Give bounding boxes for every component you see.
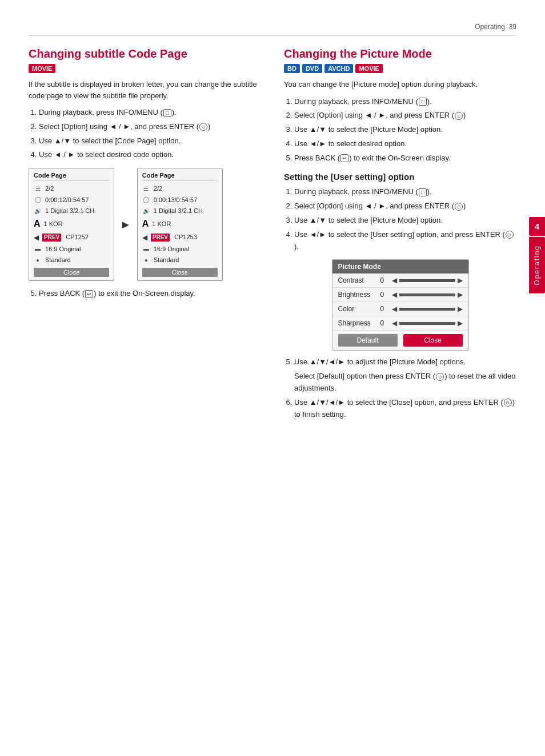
cp-box1-row7: ● Standard (34, 255, 109, 266)
pm-value-color: 0 (380, 305, 390, 313)
sub-step-3: Use ▲/▼ to select the [Picture Mode] opt… (294, 215, 516, 227)
right-step-1: During playback, press INFO/MENU (□). (294, 96, 516, 108)
section-label: Operating (475, 23, 505, 31)
pm-bar-sharpness (399, 322, 455, 325)
cp-box2-row3: 🔊 1 Digital 3/2.1 CH (142, 206, 218, 216)
cp-box2-row6: ▬ 16:9 Original (142, 244, 218, 255)
cp-box1-row2: ◯ 0:00:12/0:54:57 (34, 195, 109, 206)
cp-box1-row4: A 1 KOR (34, 216, 109, 231)
cp-box1-title: Code Page (34, 172, 109, 181)
sub-section-title: Setting the [User setting] option (284, 172, 516, 182)
code-page-box-1: Code Page ☴ 2/2 ◯ 0:00:12/0:54:57 🔊 1 Di… (29, 168, 114, 281)
pm-chevron-right-sharpness: ▶ (458, 319, 463, 327)
info-menu-icon: □ (163, 109, 171, 117)
sub-step-2: Select [Option] using ◄ / ►, and press E… (294, 200, 516, 212)
badge-avchd: AVCHD (324, 64, 353, 73)
cp-box1-row1: ☴ 2/2 (34, 183, 109, 194)
pm-fill-brightness (399, 293, 422, 296)
pm-track-sharpness (399, 322, 455, 325)
cp-box2-row7: ● Standard (142, 255, 218, 266)
pm-value-sharpness: 0 (380, 319, 390, 327)
cp-box1-chevron: ◀ (34, 233, 39, 243)
cp-box2-r3-text: 1 Digital 3/2.1 CH (154, 207, 203, 215)
enter-icon-s4: ⊙ (506, 231, 514, 239)
pm-bar-contrast (399, 279, 455, 282)
cp-box1-row3: 🔊 1 Digital 3/2.1 CH (34, 206, 109, 216)
page-header: Operating 39 (29, 23, 516, 31)
side-tab-label: Operating (529, 237, 545, 293)
cp-ratio-icon2: ▬ (142, 245, 150, 253)
right-step-5b: Use ▲/▼/◄/► to adjust the [Picture Mode]… (294, 356, 516, 394)
cp-badge-prev2: PREV (151, 234, 170, 242)
pm-chevron-left-brightness: ◀ (392, 291, 397, 299)
pm-default-button[interactable]: Default (338, 334, 398, 347)
cp-box2-r5-text: CP1253 (174, 233, 197, 242)
pm-chevron-left-sharpness: ◀ (392, 319, 397, 327)
code-page-box-2: Code Page ☴ 2/2 ◯ 0:00:13/0:54:57 🔊 1 Di… (137, 168, 223, 281)
cp-box1-letter: A (34, 218, 41, 230)
left-badge-row: MOVIE (29, 64, 261, 73)
pm-track-contrast (399, 279, 455, 282)
pm-close-button[interactable]: Close (403, 334, 463, 347)
cp-box2-r1-text: 2/2 (154, 184, 162, 193)
right-step-3: Use ▲/▼ to select the [Picture Mode] opt… (294, 124, 516, 136)
cp-box2-row5: ◀ PREV CP1253 (142, 232, 218, 244)
pm-chevron-right-color: ▶ (458, 305, 463, 313)
picture-mode-title: Picture Mode (332, 260, 468, 274)
cp-disc-icon2: ☴ (142, 185, 150, 193)
cp-box1-r6-text: 16:9 Original (45, 245, 81, 254)
sub-steps: During playback, press INFO/MENU (□). Se… (294, 186, 516, 252)
left-step-2: Select [Option] using ◄ / ►, and press E… (39, 121, 261, 133)
cp-box2-r7-text: Standard (154, 256, 179, 264)
left-step-1: During playback, press INFO/MENU (□). (39, 107, 261, 119)
pm-chevron-left-contrast: ◀ (392, 276, 397, 284)
left-step5-list: Press BACK (↩) to exit the On-Screen dis… (39, 288, 261, 300)
badge-movie: MOVIE (29, 64, 55, 73)
cp-box2-r2-text: 0:00:13/0:54:57 (154, 196, 197, 204)
right-step-2: Select [Option] using ◄ / ►, and press E… (294, 110, 516, 122)
sub-step-1: During playback, press INFO/MENU (□). (294, 186, 516, 198)
cp-audio-icon2: 🔊 (142, 207, 150, 215)
left-intro: If the subtitle is displayed in broken l… (29, 79, 261, 101)
badge-bd: BD (284, 64, 300, 73)
left-column: Changing subtitle Code Page MOVIE If the… (29, 47, 261, 427)
cp-disc-icon: ☴ (34, 185, 42, 193)
pm-fill-contrast (399, 279, 422, 282)
right-section-title: Changing the Picture Mode (284, 47, 516, 61)
pm-bar-brightness (399, 293, 455, 296)
pm-buttons-row: Default Close (332, 331, 468, 350)
pm-label-color: Color (338, 305, 378, 313)
cp-box2-close-btn[interactable]: Close (142, 268, 218, 277)
pm-fill-color (399, 308, 422, 311)
cp-box1-row5: ◀ PREV CP1252 (34, 232, 109, 244)
cp-box1-close-btn[interactable]: Close (34, 268, 109, 277)
cp-ratio-icon1: ▬ (34, 245, 42, 253)
cp-standard-icon1: ● (34, 256, 42, 264)
right-step-4: Use ◄/► to select desired option. (294, 138, 516, 150)
back-icon-r5: ↩ (340, 154, 348, 162)
cp-standard-icon2: ● (142, 256, 150, 264)
pm-chevron-left-color: ◀ (392, 305, 397, 313)
cp-box2-chevron: ◀ (142, 233, 147, 243)
enter-icon-r2: ⊙ (455, 112, 463, 120)
back-icon-left: ↩ (85, 290, 93, 298)
right-steps: During playback, press INFO/MENU (□). Se… (294, 96, 516, 164)
cp-box1-r5-text: CP1252 (66, 233, 89, 242)
two-column-layout: Changing subtitle Code Page MOVIE If the… (29, 47, 516, 427)
enter-icon-5b: ⊙ (436, 373, 444, 381)
pm-row-sharpness: Sharpness 0 ◀ ▶ (332, 316, 468, 331)
enter-icon-s2: ⊙ (455, 203, 463, 211)
cp-time-icon: ◯ (34, 196, 42, 204)
cp-box2-r4-text: 1 KOR (152, 220, 171, 228)
right-intro: You can change the [Picture mode] option… (284, 79, 516, 90)
info-menu-icon-s1: □ (419, 188, 427, 196)
cp-box2-row1: ☴ 2/2 (142, 183, 218, 194)
left-steps: During playback, press INFO/MENU (□). Se… (39, 107, 261, 161)
cp-badge-prev1: PREV (42, 234, 61, 242)
side-tab-number: 4 (529, 217, 545, 236)
badge-movie-right: MOVIE (355, 64, 382, 73)
cp-box1-r3-text: 1 Digital 3/2.1 CH (45, 207, 94, 215)
left-step-4: Use ◄ / ► to select desired code option. (39, 149, 261, 161)
cp-box1-r7-text: Standard (45, 256, 71, 264)
info-menu-icon-r1: □ (419, 98, 427, 106)
